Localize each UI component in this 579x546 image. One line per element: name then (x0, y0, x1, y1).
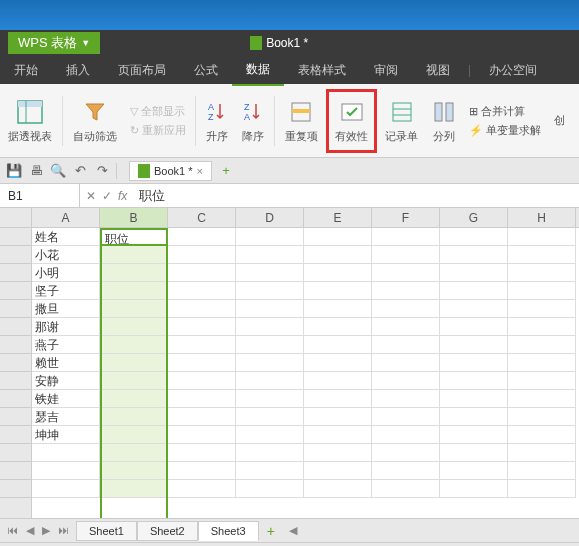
cell[interactable] (372, 228, 440, 246)
cell[interactable] (304, 336, 372, 354)
fx-confirm-icon[interactable]: ✓ (102, 189, 112, 203)
spreadsheet-grid[interactable]: 姓名职位小花小明坚子撒旦那谢燕子赖世安静铁娃瑟吉坤坤 (0, 228, 579, 518)
cell[interactable] (100, 336, 168, 354)
cell[interactable] (508, 372, 576, 390)
cell[interactable]: 坚子 (32, 282, 100, 300)
cell[interactable] (100, 426, 168, 444)
cell[interactable] (100, 318, 168, 336)
cell[interactable] (100, 354, 168, 372)
cell[interactable] (440, 282, 508, 300)
cell[interactable] (304, 426, 372, 444)
col-header[interactable]: C (168, 208, 236, 227)
select-all-corner[interactable] (0, 208, 32, 228)
app-menu[interactable]: WPS 表格 ▼ (8, 32, 100, 54)
cell[interactable] (32, 480, 100, 498)
cell[interactable] (440, 300, 508, 318)
undo-icon[interactable]: ↶ (72, 163, 88, 179)
cell[interactable] (168, 390, 236, 408)
cell[interactable] (100, 282, 168, 300)
cell[interactable] (440, 462, 508, 480)
cell[interactable] (100, 264, 168, 282)
cell[interactable] (440, 246, 508, 264)
row-header[interactable] (0, 426, 31, 444)
cell[interactable] (236, 372, 304, 390)
cell[interactable] (304, 228, 372, 246)
cell[interactable] (372, 246, 440, 264)
col-header[interactable]: F (372, 208, 440, 227)
cell[interactable] (100, 480, 168, 498)
cell[interactable] (304, 318, 372, 336)
menu-tablestyle[interactable]: 表格样式 (284, 56, 360, 85)
sheet-tab[interactable]: Sheet2 (137, 521, 198, 541)
cell[interactable] (168, 354, 236, 372)
duplicates-button[interactable]: 重复项 (279, 89, 324, 153)
cell[interactable] (440, 264, 508, 282)
cell[interactable] (304, 264, 372, 282)
cell[interactable] (304, 282, 372, 300)
fx-icon[interactable]: fx (118, 189, 127, 203)
cell[interactable] (440, 318, 508, 336)
cell[interactable] (236, 264, 304, 282)
cell[interactable] (372, 318, 440, 336)
cell[interactable] (32, 462, 100, 480)
cell[interactable] (440, 228, 508, 246)
pivot-table-button[interactable]: 据透视表 (2, 89, 58, 153)
cell[interactable]: 燕子 (32, 336, 100, 354)
row-header[interactable] (0, 264, 31, 282)
cell[interactable] (372, 444, 440, 462)
cell[interactable] (508, 354, 576, 372)
cell[interactable] (32, 444, 100, 462)
row-header[interactable] (0, 372, 31, 390)
autofilter-button[interactable]: 自动筛选 (67, 89, 123, 153)
menu-office[interactable]: 办公空间 (475, 56, 551, 85)
cell[interactable] (304, 300, 372, 318)
cell[interactable] (168, 480, 236, 498)
cell[interactable] (304, 480, 372, 498)
col-header[interactable]: H (508, 208, 576, 227)
cell[interactable] (372, 372, 440, 390)
cell[interactable] (440, 372, 508, 390)
form-button[interactable]: 记录单 (379, 89, 424, 153)
cell[interactable]: 姓名 (32, 228, 100, 246)
cell[interactable] (440, 426, 508, 444)
cell[interactable] (508, 228, 576, 246)
redo-icon[interactable]: ↷ (94, 163, 110, 179)
row-header[interactable] (0, 390, 31, 408)
cell[interactable] (168, 372, 236, 390)
cell[interactable] (168, 408, 236, 426)
cell[interactable] (304, 354, 372, 372)
cell[interactable] (168, 246, 236, 264)
create-button[interactable]: 创 (548, 89, 571, 153)
consolidate-button[interactable]: ⊞合并计算 (468, 103, 542, 120)
cell[interactable] (304, 462, 372, 480)
cell[interactable] (168, 336, 236, 354)
row-header[interactable] (0, 462, 31, 480)
cell[interactable] (440, 444, 508, 462)
menu-view[interactable]: 视图 (412, 56, 464, 85)
cell[interactable] (508, 336, 576, 354)
sheet-tab[interactable]: Sheet3 (198, 521, 259, 541)
cell[interactable] (304, 390, 372, 408)
cell[interactable] (372, 426, 440, 444)
cell[interactable] (372, 336, 440, 354)
cell[interactable] (100, 372, 168, 390)
cell[interactable] (508, 480, 576, 498)
cell[interactable] (508, 444, 576, 462)
cell[interactable] (372, 390, 440, 408)
cell[interactable] (236, 228, 304, 246)
cell[interactable] (236, 318, 304, 336)
cell[interactable] (168, 444, 236, 462)
cell[interactable] (440, 390, 508, 408)
print-icon[interactable]: 🖶 (28, 163, 44, 179)
col-header[interactable]: D (236, 208, 304, 227)
cell[interactable] (508, 318, 576, 336)
cell[interactable] (100, 444, 168, 462)
cell[interactable] (236, 282, 304, 300)
row-header[interactable] (0, 336, 31, 354)
fx-cancel-icon[interactable]: ✕ (86, 189, 96, 203)
cell[interactable] (440, 408, 508, 426)
sheet-nav-last-icon[interactable]: ⏭ (55, 524, 72, 537)
row-header[interactable] (0, 354, 31, 372)
cell[interactable] (440, 480, 508, 498)
sheet-tab[interactable]: Sheet1 (76, 521, 137, 541)
